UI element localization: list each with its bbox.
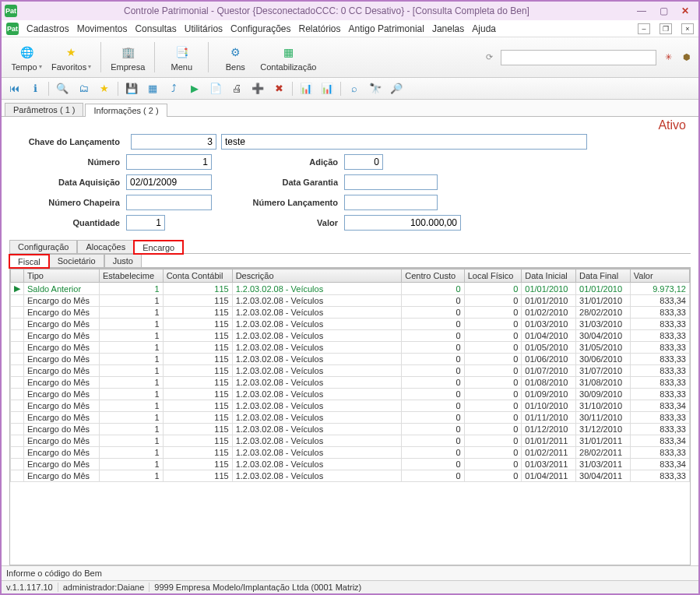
toolbar-search-input[interactable] (501, 50, 656, 65)
add-icon[interactable]: ➕ (248, 80, 267, 97)
minimize-button[interactable]: — (631, 4, 652, 18)
col-marker[interactable] (11, 269, 24, 283)
valor-input[interactable] (344, 215, 461, 231)
grid-container[interactable]: Tipo Estabelecime Conta Contábil Descriç… (9, 268, 691, 565)
settings-icon[interactable]: ✳ (661, 51, 675, 65)
table-row[interactable]: Encargo do Mês11151.2.03.02.08 - Veículo… (11, 412, 690, 424)
filter-icon[interactable]: ⌕ (345, 80, 364, 97)
chave-input[interactable] (131, 134, 216, 150)
refresh-icon[interactable]: ⟳ (482, 51, 496, 65)
menu-antigo-patrimonial[interactable]: Antigo Patrimonial (349, 23, 424, 34)
subtab-encargo[interactable]: Encargo (134, 241, 183, 254)
chapeira-input[interactable] (126, 195, 212, 210)
num-lancamento-input[interactable] (344, 195, 438, 210)
col-desc[interactable]: Descrição (232, 269, 402, 283)
subtab-societario[interactable]: Societário (49, 254, 104, 267)
toolbar-contabilizacao[interactable]: ▦ Contabilização (257, 39, 319, 76)
mdi-minimize[interactable]: – (638, 23, 650, 34)
chave-desc-input[interactable] (221, 134, 587, 150)
col-estab[interactable]: Estabelecime (99, 269, 163, 283)
cell-estab: 1 (99, 424, 163, 435)
col-conta[interactable]: Conta Contábil (163, 269, 232, 283)
cell-estab: 1 (99, 307, 163, 319)
menu-cadastros[interactable]: Cadastros (26, 23, 69, 34)
table-row[interactable]: Encargo do Mês11151.2.03.02.08 - Veículo… (11, 330, 690, 342)
table-row[interactable]: Encargo do Mês11151.2.03.02.08 - Veículo… (11, 447, 690, 459)
save-icon[interactable]: 💾 (122, 80, 141, 97)
mdi-restore[interactable]: ❐ (660, 23, 672, 34)
table-row[interactable]: Encargo do Mês11151.2.03.02.08 - Veículo… (11, 435, 690, 447)
cell-local: 0 (464, 400, 522, 412)
maximize-button[interactable]: ▢ (653, 4, 674, 18)
toolbar-empresa[interactable]: 🏢 Empresa (107, 39, 148, 76)
close-button[interactable]: ✕ (675, 4, 695, 18)
table-row[interactable]: Encargo do Mês11151.2.03.02.08 - Veículo… (11, 389, 690, 400)
subtab-alocacoes[interactable]: Alocações (77, 240, 134, 253)
table-row[interactable]: Encargo do Mês11151.2.03.02.08 - Veículo… (11, 354, 690, 365)
table-row[interactable]: Encargo do Mês11151.2.03.02.08 - Veículo… (11, 400, 690, 412)
table-row[interactable]: Encargo do Mês11151.2.03.02.08 - Veículo… (11, 377, 690, 389)
toolbar-favoritos[interactable]: ★ Favoritos▾ (48, 39, 94, 76)
menu-utilitarios[interactable]: Utilitários (185, 23, 223, 34)
cell-data-final: 30/04/2010 (576, 330, 631, 342)
toolbar-tempo[interactable]: 🌐 Tempo▾ (6, 39, 47, 76)
cell-tipo: Encargo do Mês (24, 330, 100, 342)
menu-relatorios[interactable]: Relatórios (299, 23, 341, 34)
binoculars-icon[interactable]: 🔭 (366, 80, 385, 97)
table-row[interactable]: Encargo do Mês11151.2.03.02.08 - Veículo… (11, 459, 690, 470)
tab-parametros[interactable]: Parâmetros ( 1 ) (5, 103, 83, 116)
col-dfin[interactable]: Data Final (576, 269, 631, 283)
cell-conta: 115 (163, 365, 232, 377)
col-dini[interactable]: Data Inicial (522, 269, 576, 283)
toolbar-menu[interactable]: 📑 Menu (161, 39, 202, 76)
menu-configuracoes[interactable]: Configurações (230, 23, 290, 34)
data-aquisicao-input[interactable] (126, 174, 212, 190)
menu-janelas[interactable]: Janelas (432, 23, 464, 34)
menu-ajuda[interactable]: Ajuda (472, 23, 496, 34)
delete-icon[interactable]: ✖ (269, 80, 288, 97)
table-row[interactable]: Encargo do Mês11151.2.03.02.08 - Veículo… (11, 319, 690, 330)
col-tipo[interactable]: Tipo (24, 269, 100, 283)
table-row[interactable]: Encargo do Mês11151.2.03.02.08 - Veículo… (11, 295, 690, 307)
quantidade-input[interactable] (126, 215, 165, 231)
row-marker (11, 330, 24, 342)
table-row[interactable]: Encargo do Mês11151.2.03.02.08 - Veículo… (11, 424, 690, 435)
data-garantia-input[interactable] (344, 174, 438, 190)
cell-conta: 115 (163, 319, 232, 330)
numero-input[interactable] (126, 154, 212, 170)
cell-data-final: 30/04/2011 (576, 470, 631, 482)
table-row[interactable]: ▶Saldo Anterior11151.2.03.02.08 - Veícul… (11, 283, 690, 295)
preview-icon[interactable]: 🔍 (53, 80, 72, 97)
mdi-close[interactable]: × (681, 23, 694, 34)
subtab-configuracao[interactable]: Configuração (9, 240, 77, 253)
grid-icon[interactable]: ▦ (143, 80, 162, 97)
cube-icon[interactable]: ⬢ (680, 51, 694, 65)
table-row[interactable]: Encargo do Mês11151.2.03.02.08 - Veículo… (11, 307, 690, 319)
report-icon[interactable]: 📄 (206, 80, 225, 97)
table-row[interactable]: Encargo do Mês11151.2.03.02.08 - Veículo… (11, 470, 690, 482)
toolbar-bens[interactable]: ⚙ Bens (215, 39, 255, 76)
print-icon[interactable]: 🖨 (227, 80, 246, 97)
tree-icon[interactable]: 🗂 (74, 80, 93, 97)
find-icon[interactable]: 🔎 (387, 80, 406, 97)
star-small-icon[interactable]: ★ (95, 80, 114, 97)
menu-movimentos[interactable]: Movimentos (77, 23, 128, 34)
cell-centro: 0 (402, 459, 464, 470)
table-row[interactable]: Encargo do Mês11151.2.03.02.08 - Veículo… (11, 342, 690, 354)
chart2-icon[interactable]: 📊 (318, 80, 336, 97)
adicao-input[interactable] (344, 154, 383, 170)
tab-informacoes[interactable]: Informações ( 2 ) (85, 104, 167, 117)
play-icon[interactable]: ▶ (185, 80, 204, 97)
first-record-icon[interactable]: ⏮ (5, 80, 23, 97)
col-local[interactable]: Local Físico (464, 269, 522, 283)
export-icon[interactable]: ⤴ (164, 80, 183, 97)
info-icon[interactable]: ℹ (26, 80, 44, 97)
table-row[interactable]: Encargo do Mês11151.2.03.02.08 - Veículo… (11, 365, 690, 377)
menu-consultas[interactable]: Consultas (135, 23, 176, 34)
subtab-justo[interactable]: Justo (104, 254, 142, 267)
subtab-fiscal[interactable]: Fiscal (9, 255, 49, 268)
row-marker (11, 459, 24, 470)
chart1-icon[interactable]: 📊 (297, 80, 315, 97)
col-valor[interactable]: Valor (630, 269, 689, 283)
col-centro[interactable]: Centro Custo (402, 269, 464, 283)
